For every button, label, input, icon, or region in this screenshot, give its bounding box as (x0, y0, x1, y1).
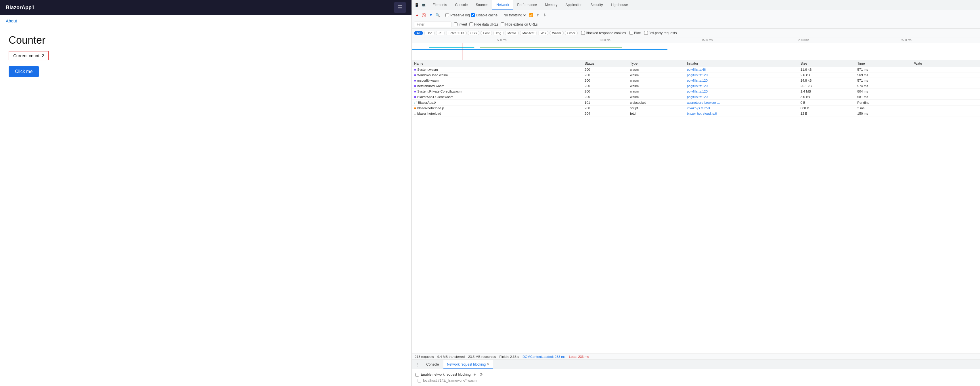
enable-blocking-label[interactable]: Enable network request blocking (415, 372, 471, 376)
timeline-mark-1500: 1500 ms (702, 38, 713, 42)
navbar: BlazorApp1 ☰ (0, 0, 412, 15)
click-me-button[interactable]: Click me (9, 66, 39, 77)
disable-cache-label[interactable]: Disable cache (471, 13, 498, 17)
row-status: 200 (582, 78, 628, 83)
bloc-checkbox[interactable] (630, 31, 633, 35)
type-btn-fetch-xhr[interactable]: Fetch/XHR (446, 31, 467, 35)
hide-extension-urls-checkbox[interactable] (501, 22, 504, 26)
tab-application[interactable]: Application (562, 0, 587, 10)
table-row[interactable]: □ blazor-hotreload 204 fetch blazor-hotr… (412, 111, 980, 116)
table-row[interactable]: ■ blazor-hotreload.js 200 script invoke-… (412, 105, 980, 111)
blocked-cookies-label[interactable]: Blocked response cookies (581, 31, 626, 35)
hide-data-urls-checkbox[interactable] (469, 22, 473, 26)
about-link[interactable]: About (6, 18, 17, 23)
blocked-cookies-checkbox[interactable] (581, 31, 585, 35)
table-row[interactable]: ■ netstandard.wasm 200 wasm polyfills.ts… (412, 83, 980, 89)
hide-data-urls-label[interactable]: Hide data URLs (469, 22, 498, 27)
add-pattern-button[interactable]: + (473, 372, 476, 377)
row-size: 1.4 MB (798, 89, 855, 94)
initiator-link[interactable]: polyfills.ts:46 (687, 68, 706, 71)
invert-label[interactable]: Invert (454, 22, 467, 27)
row-size: 26.1 kB (798, 83, 855, 89)
type-btn-all[interactable]: All (414, 31, 423, 35)
preserve-log-label[interactable]: Preserve log (445, 13, 469, 17)
initiator-link[interactable]: invoke-js.ts:353 (687, 106, 710, 110)
col-header-time[interactable]: Time (855, 60, 912, 67)
initiator-link[interactable]: polyfills.ts:120 (687, 79, 708, 82)
filter-icon[interactable]: ▼ (428, 12, 434, 18)
import-icon[interactable]: ⇧ (535, 12, 541, 18)
inspect-icon[interactable]: 📱 (414, 3, 419, 8)
third-party-checkbox[interactable] (644, 31, 648, 35)
tab-performance[interactable]: Performance (513, 0, 541, 10)
tab-console[interactable]: Console (451, 0, 472, 10)
disable-cache-checkbox[interactable] (471, 13, 475, 17)
load-time: Load: 236 ms (569, 355, 589, 358)
type-btn-js[interactable]: JS (436, 31, 445, 35)
initiator-link[interactable]: aspnetcore-browser-... (687, 101, 720, 104)
third-party-label[interactable]: 3rd-party requests (644, 31, 677, 35)
wifi-icon[interactable]: 📶 (528, 12, 534, 18)
preserve-log-checkbox[interactable] (445, 13, 449, 17)
col-header-name[interactable]: Name (412, 60, 582, 67)
row-initiator: polyfills.ts:120 (685, 89, 798, 94)
network-table-container[interactable]: Name Status Type Initiator Size Time Wat… (412, 60, 980, 354)
row-size: 14.8 kB (798, 78, 855, 83)
table-row[interactable]: ■ mscorlib.wasm 200 wasm polyfills.ts:12… (412, 78, 980, 83)
col-header-waterfall[interactable]: Wate (912, 60, 980, 67)
type-btn-doc[interactable]: Doc (424, 31, 435, 35)
tab-network[interactable]: Network (492, 0, 513, 10)
tab-lighthouse[interactable]: Lighthouse (607, 0, 632, 10)
initiator-link[interactable]: blazor-hotreload.js:6 (687, 112, 717, 115)
tab-memory[interactable]: Memory (541, 0, 561, 10)
table-row[interactable]: ■ System.wasm 200 wasm polyfills.ts:46 1… (412, 67, 980, 72)
navbar-toggle-button[interactable]: ☰ (394, 2, 406, 13)
timeline-mark-2000: 2000 ms (798, 38, 809, 42)
type-btn-manifest[interactable]: Manifest (520, 31, 537, 35)
search-icon[interactable]: 🔍 (435, 12, 441, 18)
enable-blocking-checkbox[interactable] (415, 373, 419, 376)
col-header-status[interactable]: Status (582, 60, 628, 67)
row-waterfall (912, 100, 980, 105)
bloc-label[interactable]: Bloc (630, 31, 641, 35)
tab-security[interactable]: Security (586, 0, 607, 10)
bottom-tab-console[interactable]: Console (423, 360, 442, 369)
throttling-select[interactable]: No throttling Fast 3G Slow 3G Offline (503, 13, 527, 17)
table-row[interactable]: ■ BlazorApp1.Client.wasm 200 wasm polyfi… (412, 94, 980, 100)
col-header-type[interactable]: Type (628, 60, 685, 67)
type-btn-img[interactable]: Img (493, 31, 504, 35)
table-row[interactable]: ■ WindowsBase.wasm 200 wasm polyfills.ts… (412, 72, 980, 78)
type-btn-ws[interactable]: WS (538, 31, 548, 35)
initiator-link[interactable]: polyfills.ts:120 (687, 90, 708, 93)
initiator-link[interactable]: polyfills.ts:120 (687, 84, 708, 88)
network-table: Name Status Type Initiator Size Time Wat… (412, 60, 980, 116)
requests-count: 213 requests (415, 355, 434, 358)
initiator-link[interactable]: polyfills.ts:120 (687, 73, 708, 77)
device-icon[interactable]: 💻 (421, 3, 426, 8)
type-btn-css[interactable]: CSS (468, 31, 480, 35)
type-btn-media[interactable]: Media (505, 31, 519, 35)
clear-icon[interactable]: 🚫 (421, 12, 427, 18)
table-row[interactable]: ■ System.Private.CoreLib.wasm 200 wasm p… (412, 89, 980, 94)
initiator-link[interactable]: polyfills.ts:120 (687, 95, 708, 98)
hide-extension-urls-label[interactable]: Hide extension URLs (501, 22, 538, 27)
col-header-size[interactable]: Size (798, 60, 855, 67)
record-icon[interactable]: ● (414, 12, 420, 18)
bottom-tab-network-blocking[interactable]: Network request blocking ✕ (444, 360, 493, 369)
table-row[interactable]: ⇄ BlazorApp1/ 101 websocket aspnetcore-b… (412, 100, 980, 105)
clear-patterns-button[interactable]: ⊘ (479, 372, 484, 377)
type-btn-font[interactable]: Font (480, 31, 492, 35)
file-icon: ■ (414, 95, 416, 98)
pattern-checkbox[interactable] (418, 379, 421, 383)
col-header-initiator[interactable]: Initiator (685, 60, 798, 67)
export-icon[interactable]: ⇩ (542, 12, 547, 18)
type-btn-other[interactable]: Other (565, 31, 578, 35)
bottom-panel-menu-icon[interactable]: ⋮ (414, 362, 422, 368)
app-content: Counter Current count: 2 Click me (0, 27, 412, 386)
filter-input[interactable] (414, 22, 452, 27)
invert-checkbox[interactable] (454, 22, 458, 26)
tab-elements[interactable]: Elements (428, 0, 451, 10)
tab-sources[interactable]: Sources (472, 0, 492, 10)
type-btn-wasm[interactable]: Wasm (549, 31, 564, 35)
bottom-tab-close-icon[interactable]: ✕ (487, 362, 489, 366)
